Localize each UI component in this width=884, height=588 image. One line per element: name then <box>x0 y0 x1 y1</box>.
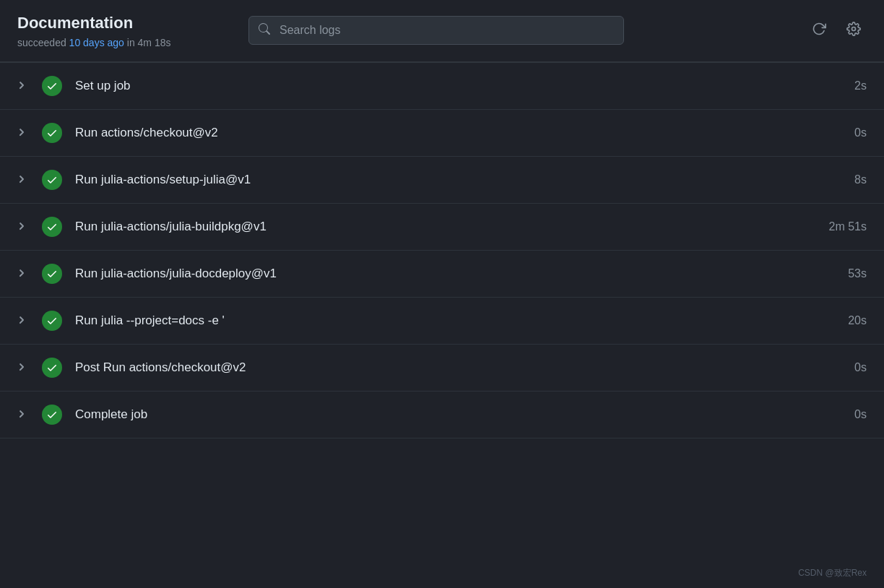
job-duration: 53s <box>848 267 867 280</box>
success-icon <box>42 264 62 284</box>
job-name: Run julia-actions/setup-julia@v1 <box>75 173 840 187</box>
job-item[interactable]: Run julia-actions/julia-docdeploy@v1 53s <box>0 251 884 298</box>
chevron-right-icon <box>17 127 29 139</box>
job-name: Set up job <box>75 79 840 93</box>
page-title: Documentation <box>17 13 234 34</box>
job-name: Run julia-actions/julia-buildpkg@v1 <box>75 220 815 234</box>
job-name: Run julia-actions/julia-docdeploy@v1 <box>75 267 833 281</box>
success-icon <box>42 405 62 425</box>
search-icon <box>259 23 270 38</box>
status-text: succeeded <box>17 37 66 48</box>
job-list: Set up job 2s Run actions/checkout@v2 0s <box>0 63 884 438</box>
job-item[interactable]: Set up job 2s <box>0 63 884 110</box>
job-duration: 0s <box>854 126 867 139</box>
search-input[interactable] <box>248 16 624 45</box>
job-item[interactable]: Run julia-actions/setup-julia@v1 8s <box>0 157 884 204</box>
refresh-button[interactable] <box>806 17 832 43</box>
duration-text: in 4m 18s <box>127 37 171 48</box>
job-item[interactable]: Run actions/checkout@v2 0s <box>0 110 884 157</box>
chevron-right-icon <box>17 315 29 327</box>
chevron-right-icon <box>17 409 29 420</box>
settings-button[interactable] <box>841 17 867 43</box>
job-name: Run actions/checkout@v2 <box>75 126 840 140</box>
header-actions <box>806 17 867 43</box>
header: Documentation succeeded 10 days ago in 4… <box>0 0 884 62</box>
chevron-right-icon <box>17 362 29 373</box>
svg-point-0 <box>852 27 856 30</box>
job-duration: 20s <box>848 314 867 327</box>
job-name: Run julia --project=docs -e ' <box>75 314 833 328</box>
success-icon <box>42 123 62 143</box>
title-block: Documentation succeeded 10 days ago in 4… <box>17 13 234 48</box>
success-icon <box>42 311 62 331</box>
job-item[interactable]: Post Run actions/checkout@v2 0s <box>0 345 884 392</box>
search-wrapper <box>248 16 624 45</box>
watermark: CSDN @致宏Rex <box>798 568 867 578</box>
settings-icon <box>846 22 861 40</box>
refresh-icon <box>812 22 826 40</box>
search-area <box>248 16 792 45</box>
job-duration: 0s <box>854 408 867 421</box>
time-ago: 10 days ago <box>69 37 124 48</box>
chevron-right-icon <box>17 174 29 186</box>
chevron-right-icon <box>17 80 29 92</box>
chevron-right-icon <box>17 221 29 233</box>
job-duration: 0s <box>854 361 867 374</box>
job-duration: 2m 51s <box>829 220 867 233</box>
job-item[interactable]: Complete job 0s <box>0 392 884 438</box>
job-duration: 2s <box>854 79 867 92</box>
job-name: Complete job <box>75 407 840 422</box>
chevron-right-icon <box>17 268 29 280</box>
job-name: Post Run actions/checkout@v2 <box>75 360 840 375</box>
footer: CSDN @致宏Rex <box>781 558 884 588</box>
success-icon <box>42 76 62 96</box>
success-icon <box>42 217 62 237</box>
page-subtitle: succeeded 10 days ago in 4m 18s <box>17 37 234 48</box>
job-item[interactable]: Run julia --project=docs -e ' 20s <box>0 298 884 345</box>
success-icon <box>42 358 62 378</box>
job-item[interactable]: Run julia-actions/julia-buildpkg@v1 2m 5… <box>0 204 884 251</box>
job-duration: 8s <box>854 173 867 186</box>
success-icon <box>42 170 62 190</box>
